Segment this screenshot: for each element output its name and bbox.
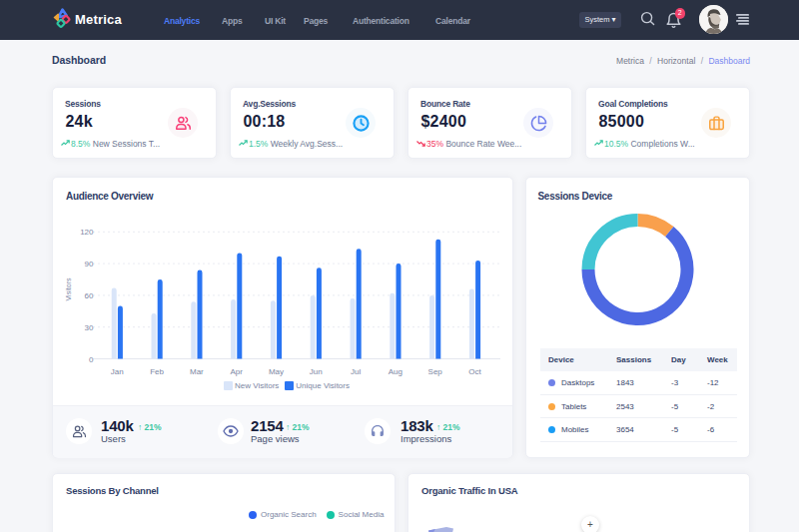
svg-text:30: 30 — [85, 323, 94, 332]
svg-text:Sep: Sep — [428, 367, 443, 376]
svg-text:May: May — [269, 367, 284, 376]
svg-text:Aug: Aug — [389, 367, 402, 376]
svg-text:Jun: Jun — [310, 367, 323, 376]
svg-text:0: 0 — [89, 355, 94, 364]
svg-text:Apr: Apr — [230, 367, 243, 376]
svg-text:Visitors: Visitors — [65, 277, 72, 300]
svg-text:Jul: Jul — [351, 367, 361, 376]
svg-text:Mar: Mar — [190, 367, 204, 376]
svg-text:Feb: Feb — [150, 367, 164, 376]
svg-text:120: 120 — [80, 228, 94, 237]
svg-text:Oct: Oct — [468, 367, 481, 376]
svg-text:90: 90 — [85, 260, 94, 268]
svg-text:60: 60 — [85, 291, 94, 300]
svg-text:Jan: Jan — [111, 367, 124, 376]
